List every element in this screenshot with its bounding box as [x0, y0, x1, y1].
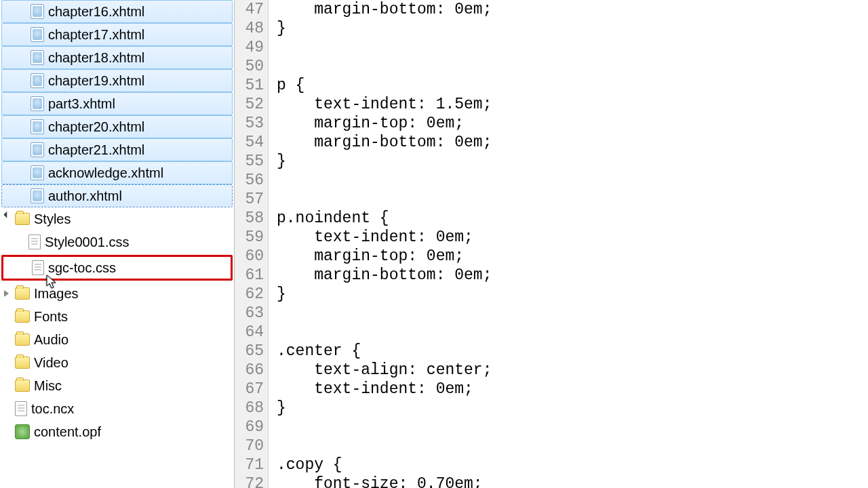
- line-number: 48: [235, 19, 264, 38]
- xhtml-file-icon: [31, 96, 44, 111]
- code-line[interactable]: }: [277, 152, 868, 171]
- code-line[interactable]: text-align: center;: [277, 361, 868, 380]
- file-label: chapter19.xhtml: [48, 73, 144, 89]
- file-acknowledge[interactable]: acknowledge.xhtml: [1, 161, 233, 184]
- code-line[interactable]: [277, 57, 868, 76]
- folder-misc[interactable]: Misc: [0, 374, 234, 397]
- line-number: 58: [235, 209, 264, 228]
- line-number: 63: [235, 304, 264, 323]
- code-line[interactable]: [277, 323, 868, 342]
- line-number: 59: [235, 228, 264, 247]
- file-label: chapter16.xhtml: [48, 4, 144, 20]
- file-content-opf[interactable]: content.opf: [0, 420, 234, 443]
- line-number: 55: [235, 152, 264, 171]
- collapse-arrow-icon[interactable]: [4, 289, 12, 298]
- code-line[interactable]: .center {: [277, 342, 868, 361]
- file-label: part3.xhtml: [48, 96, 115, 112]
- xhtml-file-icon: [31, 119, 44, 134]
- code-line[interactable]: text-indent: 0em;: [277, 380, 868, 399]
- file-chapter17[interactable]: chapter17.xhtml: [1, 23, 233, 46]
- code-line[interactable]: .copy {: [277, 455, 868, 474]
- xhtml-file-icon: [31, 50, 44, 65]
- code-line[interactable]: margin-bottom: 0em;: [277, 133, 868, 152]
- code-line[interactable]: p.noindent {: [277, 209, 868, 228]
- code-line[interactable]: }: [277, 399, 868, 418]
- opf-file-icon: [15, 424, 30, 439]
- line-number: 68: [235, 399, 264, 418]
- folder-label: Styles: [34, 211, 71, 227]
- folder-video[interactable]: Video: [0, 351, 234, 374]
- code-line[interactable]: text-indent: 0em;: [277, 228, 868, 247]
- line-number: 47: [235, 0, 264, 19]
- folder-audio[interactable]: Audio: [0, 328, 234, 351]
- code-line[interactable]: margin-bottom: 0em;: [277, 266, 868, 285]
- code-line[interactable]: }: [277, 285, 868, 304]
- file-label: chapter18.xhtml: [48, 50, 144, 66]
- file-chapter21[interactable]: chapter21.xhtml: [1, 138, 233, 161]
- folder-icon: [15, 333, 30, 346]
- code-line[interactable]: margin-top: 0em;: [277, 114, 868, 133]
- ncx-file-icon: [15, 401, 27, 416]
- code-line[interactable]: [277, 304, 868, 323]
- file-browser-sidebar: chapter16.xhtml chapter17.xhtml chapter1…: [0, 0, 235, 488]
- folder-icon: [15, 357, 30, 369]
- code-line[interactable]: [277, 436, 868, 455]
- file-label: chapter17.xhtml: [48, 27, 144, 43]
- folder-icon: [15, 380, 30, 392]
- file-toc-ncx[interactable]: toc.ncx: [0, 397, 234, 420]
- code-content[interactable]: margin-bottom: 0em;}p { text-indent: 1.5…: [269, 0, 868, 488]
- code-line[interactable]: [277, 418, 868, 436]
- folder-styles[interactable]: Styles: [0, 207, 234, 230]
- folder-label: Video: [34, 355, 68, 371]
- line-number: 72: [235, 474, 264, 488]
- code-line[interactable]: [277, 171, 868, 190]
- code-line[interactable]: margin-bottom: 0em;: [277, 0, 868, 19]
- file-chapter16[interactable]: chapter16.xhtml: [1, 0, 233, 23]
- expand-arrow-icon[interactable]: [4, 215, 12, 223]
- code-line[interactable]: [277, 38, 868, 57]
- code-line[interactable]: }: [277, 19, 868, 38]
- line-number: 51: [235, 76, 264, 95]
- line-number: 52: [235, 95, 264, 114]
- line-number: 54: [235, 133, 264, 152]
- file-label: content.opf: [34, 424, 101, 440]
- file-label: sgc-toc.css: [48, 260, 116, 276]
- file-label: chapter20.xhtml: [48, 119, 144, 135]
- xhtml-file-icon: [31, 142, 44, 157]
- folder-icon: [15, 213, 30, 225]
- file-chapter20[interactable]: chapter20.xhtml: [1, 115, 233, 138]
- file-chapter19[interactable]: chapter19.xhtml: [1, 69, 233, 92]
- file-label: acknowledge.xhtml: [48, 165, 163, 181]
- line-number: 62: [235, 285, 264, 304]
- code-line[interactable]: margin-top: 0em;: [277, 247, 868, 266]
- line-number: 66: [235, 361, 264, 380]
- line-number-gutter: 4748495051525354555657585960616263646566…: [235, 0, 269, 488]
- folder-label: Audio: [34, 332, 68, 348]
- code-line[interactable]: p {: [277, 76, 868, 95]
- css-file-icon: [32, 260, 44, 275]
- file-author[interactable]: author.xhtml: [1, 184, 233, 207]
- line-number: 70: [235, 436, 264, 455]
- line-number: 57: [235, 190, 264, 209]
- file-chapter18[interactable]: chapter18.xhtml: [1, 46, 233, 69]
- folder-label: Misc: [34, 378, 62, 394]
- file-sgc-toc[interactable]: sgc-toc.css: [1, 255, 233, 281]
- xhtml-file-icon: [31, 73, 44, 88]
- file-style0001[interactable]: Style0001.css: [0, 230, 234, 253]
- code-editor[interactable]: 4748495051525354555657585960616263646566…: [235, 0, 868, 488]
- xhtml-file-icon: [31, 188, 44, 203]
- code-line[interactable]: font-size: 0.70em;: [277, 474, 868, 488]
- folder-label: Fonts: [34, 309, 68, 325]
- file-part3[interactable]: part3.xhtml: [1, 92, 233, 115]
- line-number: 71: [235, 455, 264, 474]
- code-line[interactable]: text-indent: 1.5em;: [277, 95, 868, 114]
- file-label: Style0001.css: [45, 235, 130, 250]
- folder-fonts[interactable]: Fonts: [0, 305, 234, 328]
- folder-icon: [15, 287, 30, 300]
- file-label: chapter21.xhtml: [48, 142, 144, 158]
- xhtml-file-icon: [31, 27, 44, 42]
- code-line[interactable]: [277, 190, 868, 209]
- folder-icon: [15, 310, 30, 323]
- line-number: 49: [235, 38, 264, 57]
- folder-images[interactable]: Images: [0, 282, 234, 305]
